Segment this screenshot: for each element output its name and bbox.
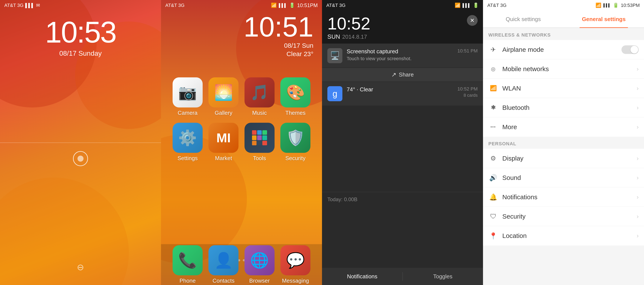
weather-notif-time: 10:52 PM: [458, 86, 478, 92]
airplane-mode-toggle[interactable]: [622, 45, 639, 54]
notifications-chevron: ›: [637, 194, 639, 200]
weather-notification[interactable]: g 74° · Clear 10:52 PM 8 cards: [322, 82, 483, 106]
app-security[interactable]: 🛡️ Security: [278, 123, 312, 162]
app-gallery[interactable]: 🌅 Gallery: [206, 77, 241, 116]
more-label: More: [502, 123, 637, 131]
display-item[interactable]: ⚙ Display ›: [483, 149, 644, 168]
notification-carrier: AT&T 3G: [326, 3, 346, 8]
app-browser-icon: 🌐: [244, 245, 274, 275]
screenshot-notif-content: Screenshot captured Touch to view your s…: [347, 48, 453, 62]
bluetooth-item[interactable]: ✱ Bluetooth ›: [483, 98, 644, 117]
unlock-icon-inner: [78, 156, 84, 162]
app-messaging[interactable]: 💬 Messaging: [278, 245, 312, 284]
lockscreen-date: 08/17 Sunday: [0, 50, 161, 57]
app-browser-label: Browser: [249, 277, 270, 284]
notif-battery-icon: 🔋: [473, 3, 479, 8]
lockscreen: AT&T 3G ▌▌▌ ✉ 10:53 08/17 Sunday ⊖: [0, 0, 161, 285]
screenshot-notif-icon: 🖥️: [327, 48, 342, 63]
airplane-mode-label: Airplane mode: [502, 46, 622, 53]
signal-icon: ▌▌▌: [25, 3, 34, 8]
app-music-icon: 🎵: [244, 77, 274, 107]
app-settings[interactable]: ⚙️ Settings: [170, 123, 205, 162]
bluetooth-label: Bluetooth: [502, 104, 637, 111]
app-contacts-icon: 👤: [208, 245, 238, 275]
app-gallery-label: Gallery: [215, 110, 232, 116]
settings-time: 10:53PM: [621, 3, 640, 8]
homescreen-status-bar: AT&T 3G 📶 ▌▌▌ 🔋 10:51PM: [161, 0, 322, 11]
more-chevron: ›: [637, 124, 639, 130]
notif-signal-icon: ▌▌▌: [462, 3, 471, 8]
screenshot-notif-body: Touch to view your screenshot.: [347, 56, 453, 62]
airplane-mode-toggle-knob: [630, 46, 638, 54]
unlock-button[interactable]: [73, 151, 88, 166]
app-themes[interactable]: 🎨 Themes: [278, 77, 312, 116]
app-security-icon: 🛡️: [280, 123, 310, 153]
notification-date: 2014.8.17: [342, 34, 367, 40]
notification-close-button[interactable]: ✕: [467, 15, 478, 26]
notification-header-left: 10:52 SUN 2014.8.17: [327, 15, 370, 40]
app-tools-icon: [244, 123, 274, 153]
more-item[interactable]: ••• More ›: [483, 117, 644, 137]
app-phone[interactable]: 📞 Phone: [170, 245, 205, 284]
app-music[interactable]: 🎵 Music: [242, 77, 277, 116]
apps-row-2: ⚙️ Settings MI Market Tools: [170, 123, 314, 162]
personal-settings-list: ⚙ Display › 🔊 Sound › 🔔 Notifications › …: [483, 149, 644, 245]
notif-wifi-icon: 📶: [455, 3, 460, 8]
app-contacts[interactable]: 👤 Contacts: [206, 245, 241, 284]
lockscreen-camera-shortcut[interactable]: ⊖: [77, 262, 84, 272]
quick-settings-tab[interactable]: Quick settings: [483, 11, 564, 28]
lockscreen-divider: [0, 143, 161, 143]
sound-chevron: ›: [637, 174, 639, 181]
general-settings-tab[interactable]: General settings: [564, 11, 644, 28]
data-usage-text: Today: 0.00B: [327, 196, 358, 202]
screenshot-notif-time: 10:51 PM: [458, 48, 478, 54]
app-tools-label: Tools: [253, 155, 266, 162]
app-messaging-icon: 💬: [280, 245, 310, 275]
wireless-section-header: WIRELESS & NETWORKS: [483, 28, 644, 40]
app-phone-label: Phone: [180, 277, 196, 284]
notifications-item[interactable]: 🔔 Notifications ›: [483, 187, 644, 207]
data-usage-bar: Today: 0.00B: [322, 192, 483, 207]
mobile-networks-label: Mobile networks: [502, 65, 637, 73]
screenshot-notif-title: Screenshot captured: [347, 48, 453, 55]
display-label: Display: [502, 155, 637, 162]
screenshot-notification[interactable]: 🖥️ Screenshot captured Touch to view you…: [322, 44, 483, 68]
sound-icon: 🔊: [488, 174, 498, 181]
toggles-tab[interactable]: Toggles: [403, 270, 483, 283]
location-item[interactable]: 📍 Location ›: [483, 226, 644, 245]
app-browser[interactable]: 🌐 Browser: [242, 245, 277, 284]
security-item[interactable]: 🛡 Security ›: [483, 207, 644, 226]
settings-signal-icon: ▌▌▌: [604, 4, 611, 7]
mobile-networks-item[interactable]: ◎ Mobile networks ›: [483, 59, 644, 79]
notification-header: 10:52 SUN 2014.8.17 ✕: [322, 11, 483, 44]
security-label: Security: [502, 213, 637, 220]
signal-bars-icon: ▌▌▌: [279, 3, 287, 8]
app-contacts-label: Contacts: [212, 277, 235, 284]
lockscreen-bottom-actions: ⊖: [0, 262, 161, 272]
settings-wifi-icon: 📶: [596, 3, 601, 8]
wlan-chevron: ›: [637, 85, 639, 92]
share-label: Share: [399, 71, 414, 78]
weather-notif-title: 74° · Clear: [347, 86, 453, 93]
notifications-tab[interactable]: Notifications: [322, 270, 402, 283]
settings-screen: AT&T 3G 📶 ▌▌▌ 🔋 10:53PM Quick settings G…: [483, 0, 644, 285]
app-music-label: Music: [252, 110, 267, 116]
homescreen-carrier: AT&T 3G: [165, 3, 184, 8]
app-camera[interactable]: 📷 Camera: [170, 77, 205, 116]
wireless-settings-list: ✈ Airplane mode ◎ Mobile networks › 📶 WL…: [483, 40, 644, 137]
app-tools[interactable]: Tools: [242, 123, 277, 162]
personal-section-header: PERSONAL: [483, 137, 644, 149]
settings-status-bar: AT&T 3G 📶 ▌▌▌ 🔋 10:53PM: [483, 0, 644, 11]
notification-empty-area: [322, 106, 483, 192]
bluetooth-chevron: ›: [637, 104, 639, 111]
notifications-icon: 🔔: [488, 193, 498, 201]
wifi-icon: 📶: [271, 3, 277, 8]
wlan-item[interactable]: 📶 WLAN ›: [483, 79, 644, 98]
sound-item[interactable]: 🔊 Sound ›: [483, 168, 644, 187]
airplane-mode-item[interactable]: ✈ Airplane mode: [483, 40, 644, 59]
share-button[interactable]: ↗ Share: [322, 68, 483, 82]
app-security-label: Security: [285, 155, 306, 162]
app-market[interactable]: MI Market: [206, 123, 241, 162]
app-market-label: Market: [215, 155, 232, 162]
lockscreen-status-bar: AT&T 3G ▌▌▌ ✉: [0, 0, 161, 11]
